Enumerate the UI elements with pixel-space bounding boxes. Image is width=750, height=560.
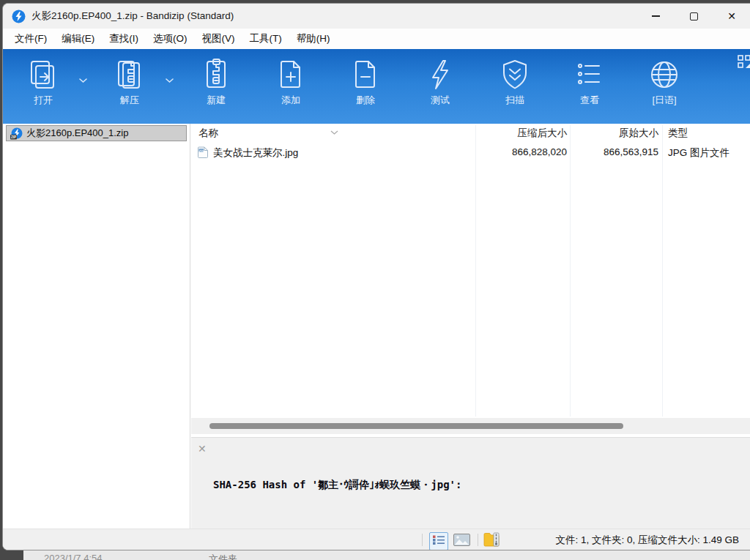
maximize-icon (690, 12, 698, 20)
menu-view[interactable]: 视图(V) (195, 29, 242, 49)
close-icon: ✕ (727, 11, 736, 21)
column-divider[interactable] (662, 125, 663, 417)
horizontal-scrollbar[interactable] (191, 418, 750, 434)
sort-ascending-icon (330, 124, 338, 138)
file-list: 名称 压缩后大小 原始大小 类型 美女战士克莱尔.jpg 866,828,020… (191, 124, 750, 530)
open-archive-folder-button[interactable] (483, 532, 502, 550)
scrollbar-thumb[interactable] (209, 423, 623, 429)
customize-grid-icon (738, 55, 750, 70)
test-archive-icon (423, 58, 457, 92)
title-bar: 火影2160p.EP400_1.zip - Bandizip (Standard… (3, 4, 750, 29)
language-button[interactable]: [日语] (634, 58, 695, 107)
extract-button[interactable]: 解压 (99, 58, 160, 107)
open-archive-icon (26, 58, 60, 92)
tree-item-label: 火影2160p.EP400_1.zip (26, 127, 128, 140)
file-packed-size: 866,828,020 (512, 146, 567, 157)
menu-help[interactable]: 帮助(H) (289, 29, 338, 49)
toolbar-label: 新建 (207, 94, 226, 107)
test-archive-button[interactable]: 测试 (409, 58, 471, 107)
divider (422, 534, 423, 546)
toolbar-label: 打开 (34, 94, 53, 107)
toolbar-label: [日语] (652, 94, 676, 107)
divider (478, 534, 478, 546)
view-file-icon (573, 58, 606, 92)
new-archive-icon (199, 58, 233, 92)
image-preview-icon (453, 534, 470, 546)
column-divider[interactable] (570, 125, 571, 417)
extract-icon (113, 58, 146, 92)
table-row[interactable]: 美女战士克莱尔.jpg 866,828,020 866,563,915 JPG … (191, 144, 750, 162)
menu-bar: 文件(F) 编辑(E) 查找(I) 选项(O) 视图(V) 工具(T) 帮助(H… (3, 29, 750, 49)
close-panel-button[interactable]: ✕ (198, 444, 207, 454)
minimize-icon (652, 15, 660, 16)
close-button[interactable]: ✕ (713, 4, 750, 29)
menu-find[interactable]: 查找(I) (102, 29, 146, 49)
chevron-down-icon (79, 78, 87, 83)
window-title: 火影2160p.EP400_1.zip - Bandizip (Standard… (31, 10, 234, 23)
hash-line-title: SHA-256 Hash of '鄒主･ｳ謌伜｣ｫ蜈玖竺蟆・jpg': (213, 477, 676, 493)
language-globe-icon (647, 58, 681, 92)
detail-view-toggle[interactable] (429, 532, 448, 550)
menu-edit[interactable]: 编辑(E) (54, 29, 102, 49)
column-header-type[interactable]: 类型 (668, 127, 688, 140)
delete-files-button[interactable]: 删除 (335, 58, 396, 107)
column-divider[interactable] (475, 125, 476, 417)
toolbar: 打开 解压 新建 添加 (3, 49, 750, 124)
background-clipped-date: 2023/1/7 4:54 (44, 553, 103, 560)
scan-virus-icon (498, 58, 532, 92)
column-header-original-size[interactable]: 原始大小 (619, 127, 658, 140)
archive-folder-icon (483, 532, 502, 547)
toolbar-label: 查看 (580, 94, 599, 107)
zip-archive-icon: ZIP (10, 127, 23, 140)
hash-output-panel: ✕ SHA-256 Hash of '鄒主･ｳ謌伜｣ｫ蜈玖竺蟆・jpg': 48… (191, 437, 750, 530)
column-header-packed-size[interactable]: 压缩后大小 (518, 127, 568, 140)
image-file-icon (198, 146, 209, 158)
add-files-icon (274, 58, 308, 92)
archive-tree-sidebar: ZIP 火影2160p.EP400_1.zip (3, 124, 190, 530)
menu-file[interactable]: 文件(F) (7, 29, 54, 49)
status-summary: 文件: 1, 文件夹: 0, 压缩文件大小: 1.49 GB (555, 534, 739, 547)
open-dropdown-button[interactable] (74, 64, 92, 97)
toolbar-label: 添加 (281, 94, 300, 107)
bandizip-logo-icon (12, 10, 26, 23)
menu-options[interactable]: 选项(O) (146, 29, 195, 49)
scan-virus-button[interactable]: 扫描 (484, 58, 546, 107)
bandizip-window: 火影2160p.EP400_1.zip - Bandizip (Standard… (2, 3, 750, 550)
menu-tools[interactable]: 工具(T) (242, 29, 289, 49)
minimize-button[interactable] (636, 4, 675, 29)
background-clipped-text: 文件夹 (209, 553, 237, 560)
toolbar-label: 解压 (120, 94, 139, 107)
tree-item-archive-root[interactable]: ZIP 火影2160p.EP400_1.zip (6, 125, 187, 141)
open-button[interactable]: 打开 (12, 58, 74, 107)
toolbar-label: 删除 (356, 94, 375, 107)
toolbar-label: 测试 (431, 94, 450, 107)
view-file-button[interactable]: 查看 (559, 58, 620, 107)
svg-text:ZIP: ZIP (11, 135, 16, 139)
add-files-button[interactable]: 添加 (260, 58, 322, 107)
new-archive-button[interactable]: 新建 (185, 58, 247, 107)
customize-toolbar-button[interactable] (738, 55, 750, 71)
extract-dropdown-button[interactable] (160, 64, 178, 97)
delete-files-icon (349, 58, 382, 92)
chevron-down-icon (166, 78, 174, 83)
maximize-button[interactable] (675, 4, 713, 29)
preview-toggle[interactable] (453, 534, 470, 549)
column-header-name[interactable]: 名称 (198, 127, 218, 140)
file-type: JPG 图片文件 (668, 146, 729, 160)
file-original-size: 866,563,915 (604, 146, 658, 157)
file-name: 美女战士克莱尔.jpg (213, 146, 298, 160)
background-window-strip: 2023/1/7 4:54 文件夹 (23, 550, 750, 560)
status-bar: 文件: 1, 文件夹: 0, 压缩文件大小: 1.49 GB (3, 529, 750, 550)
toolbar-label: 扫描 (505, 94, 524, 107)
detail-view-icon (431, 534, 447, 546)
